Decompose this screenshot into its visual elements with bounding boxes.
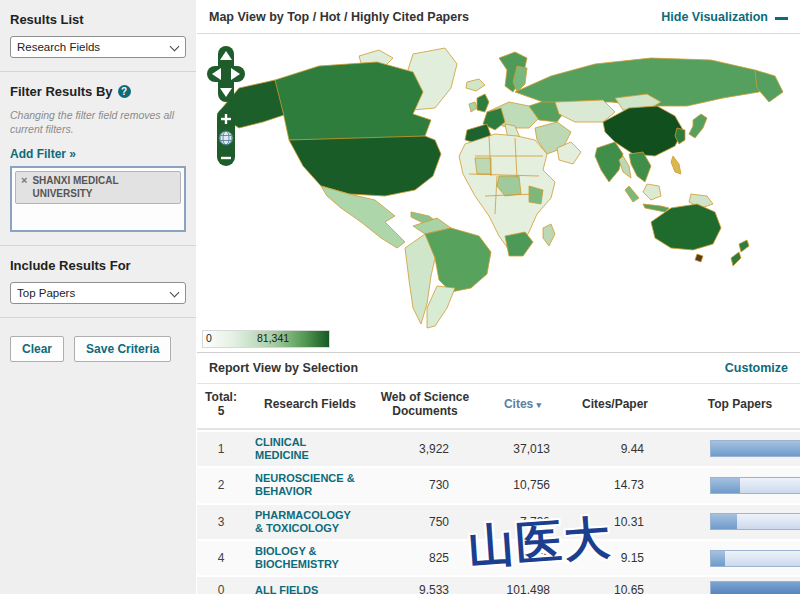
hide-visualization-link[interactable]: Hide Visualization: [661, 10, 788, 24]
results-list-section: Results List Research Fields: [0, 0, 196, 72]
column-header-cites-per-paper[interactable]: Cites/Paper: [570, 397, 660, 411]
rank-cell: 0: [197, 583, 245, 594]
top-papers-cell: 25: [660, 440, 800, 457]
top-papers-cell: 6: [660, 513, 800, 530]
include-results-dropdown[interactable]: Top Papers: [10, 282, 186, 304]
cites-cell: 101,498: [475, 583, 570, 594]
cites-cell: 10,756: [475, 478, 570, 492]
clear-button[interactable]: Clear: [10, 336, 64, 362]
rank-cell: 4: [197, 551, 245, 565]
sidebar-buttons: Clear Save Criteria: [0, 318, 196, 380]
report-table: Total: 5 Research Fields Web of Science …: [197, 384, 800, 594]
total-header: Total: 5: [197, 390, 245, 419]
cpp-cell: 9.15: [570, 551, 660, 565]
top-papers-bar-fill: [711, 582, 800, 594]
main-content: Map View by Top / Hot / Highly Cited Pap…: [197, 0, 800, 594]
field-cell: PHARMACOLOGY & TOXICOLOGY: [245, 509, 375, 535]
top-papers-cell: 7: [660, 477, 800, 494]
field-cell: ALL FIELDS: [245, 583, 375, 594]
legend-min-value: 0: [206, 332, 212, 344]
research-field-link[interactable]: PHARMACOLOGY & TOXICOLOGY: [255, 509, 359, 535]
filter-chip[interactable]: × SHANXI MEDICAL UNIVERSITY: [15, 171, 181, 204]
filter-note: Changing the filter field removes all cu…: [10, 108, 186, 136]
add-filter-link[interactable]: Add Filter »: [10, 147, 76, 161]
report-view-title: Report View by Selection: [209, 361, 358, 375]
filter-chip-label: SHANXI MEDICAL UNIVERSITY: [32, 174, 152, 200]
include-results-dropdown-value: Top Papers: [17, 287, 75, 299]
filter-title: Filter Results By ?: [10, 84, 186, 99]
include-results-title: Include Results For: [10, 258, 186, 273]
help-icon[interactable]: ?: [118, 85, 131, 98]
table-row: 0 ALL FIELDS 9,533 101,498 10.65 72: [197, 575, 800, 594]
research-field-link[interactable]: CLINICAL MEDICINE: [255, 436, 359, 462]
map-controls: [207, 46, 245, 168]
research-field-link[interactable]: BIOLOGY & BIOCHEMISTRY: [255, 545, 359, 571]
map-view-header: Map View by Top / Hot / Highly Cited Pap…: [197, 0, 800, 34]
docs-cell: 730: [375, 478, 475, 492]
field-cell: NEUROSCIENCE & BEHAVIOR: [245, 472, 375, 498]
chevron-down-icon: [170, 42, 180, 52]
top-papers-bar[interactable]: 7: [710, 477, 800, 494]
table-row: 4 BIOLOGY & BIOCHEMISTRY 825 7,550 9.15 …: [197, 539, 800, 575]
top-papers-cell: 72: [660, 581, 800, 594]
rank-cell: 1: [197, 442, 245, 456]
active-filters-box: × SHANXI MEDICAL UNIVERSITY: [10, 166, 186, 232]
map-visualization: 0 81,341: [197, 34, 800, 352]
column-header-cites[interactable]: Cites ▾: [475, 397, 570, 411]
cpp-cell: 9.44: [570, 442, 660, 456]
research-field-link[interactable]: NEUROSCIENCE & BEHAVIOR: [255, 472, 359, 498]
cpp-cell: 14.73: [570, 478, 660, 492]
table-row: 1 CLINICAL MEDICINE 3,922 37,013 9.44 25: [197, 430, 800, 466]
docs-cell: 9,533: [375, 583, 475, 594]
top-papers-bar-fill: [711, 478, 740, 493]
legend-max-value: 81,341: [257, 332, 289, 344]
remove-filter-icon[interactable]: ×: [21, 174, 27, 186]
chevron-down-icon: [170, 288, 180, 298]
table-header-row: Total: 5 Research Fields Web of Science …: [197, 384, 800, 430]
cpp-cell: 10.65: [570, 583, 660, 594]
field-cell: CLINICAL MEDICINE: [245, 436, 375, 462]
docs-cell: 750: [375, 515, 475, 529]
save-criteria-button[interactable]: Save Criteria: [74, 336, 171, 362]
map-legend: 0 81,341: [202, 330, 330, 348]
filter-section: Filter Results By ? Changing the filter …: [0, 72, 196, 246]
results-list-dropdown-value: Research Fields: [17, 41, 100, 53]
customize-link[interactable]: Customize: [725, 361, 788, 375]
rank-cell: 2: [197, 478, 245, 492]
top-papers-bar[interactable]: 25: [710, 440, 800, 457]
rank-cell: 3: [197, 515, 245, 529]
cpp-cell: 10.31: [570, 515, 660, 529]
cites-cell: 7,550: [475, 551, 570, 565]
top-papers-bar-fill: [711, 441, 800, 456]
map-view-title: Map View by Top / Hot / Highly Cited Pap…: [209, 10, 469, 24]
top-papers-bar-fill: [711, 551, 725, 566]
filter-sidebar: Results List Research Fields Filter Resu…: [0, 0, 196, 594]
sort-desc-icon: ▾: [537, 400, 542, 410]
world-map[interactable]: [199, 36, 789, 332]
top-papers-bar[interactable]: 72: [710, 581, 800, 594]
top-papers-cell: 3: [660, 550, 800, 567]
field-cell: BIOLOGY & BIOCHEMISTRY: [245, 545, 375, 571]
top-papers-bar[interactable]: 6: [710, 513, 800, 530]
table-row: 2 NEUROSCIENCE & BEHAVIOR 730 10,756 14.…: [197, 466, 800, 502]
report-view-header: Report View by Selection Customize: [197, 352, 800, 384]
results-list-title: Results List: [10, 12, 186, 27]
docs-cell: 825: [375, 551, 475, 565]
table-body: 1 CLINICAL MEDICINE 3,922 37,013 9.44 25…: [197, 430, 800, 594]
minus-icon: [775, 17, 788, 20]
research-field-link[interactable]: ALL FIELDS: [255, 584, 318, 594]
top-papers-bar[interactable]: 3: [710, 550, 800, 567]
results-list-dropdown[interactable]: Research Fields: [10, 36, 186, 58]
top-papers-bar-fill: [711, 514, 737, 529]
table-row: 3 PHARMACOLOGY & TOXICOLOGY 750 7,730 10…: [197, 503, 800, 539]
cites-cell: 7,730: [475, 515, 570, 529]
column-header-research-fields[interactable]: Research Fields: [245, 397, 375, 411]
docs-cell: 3,922: [375, 442, 475, 456]
include-results-section: Include Results For Top Papers: [0, 246, 196, 318]
cites-cell: 37,013: [475, 442, 570, 456]
column-header-top-papers[interactable]: Top Papers: [660, 397, 800, 411]
column-header-wos-documents[interactable]: Web of Science Documents: [375, 390, 475, 419]
globe-icon: [219, 131, 233, 145]
